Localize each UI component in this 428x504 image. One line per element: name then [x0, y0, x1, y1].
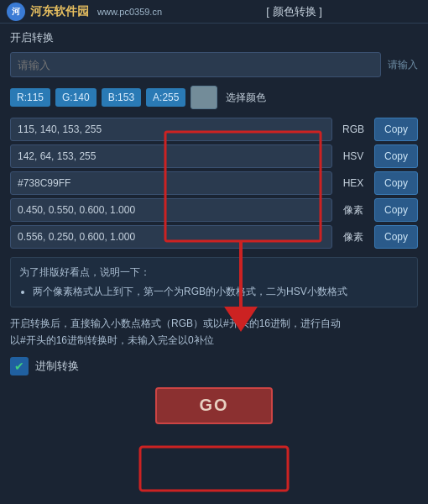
desc-bullet-1: 两个像素格式从上到下，第一个为RGB的小数格式，二为HSV小数格式 — [33, 284, 409, 300]
page-title: [ 颜色转换 ] — [167, 4, 421, 19]
input-hint-label: 请输入 — [388, 58, 418, 72]
pixel2-value: 0.556, 0.250, 0.600, 1.000 — [10, 225, 332, 249]
checkbox-row[interactable]: ✔ 进制转换 — [10, 357, 418, 375]
select-color-label: 选择颜色 — [226, 91, 266, 105]
b-channel-btn[interactable]: B:153 — [102, 88, 141, 107]
checkbox-icon: ✔ — [10, 357, 29, 375]
logo-icon: 河 — [7, 3, 25, 21]
rgba-row: R:115 G:140 B:153 A:255 选择颜色 — [10, 86, 418, 109]
data-row-hsv: 142, 64, 153, 255 HSV Copy — [10, 144, 418, 168]
copy-hex-button[interactable]: Copy — [374, 171, 418, 195]
top-bar: 河 河东软件园 www.pc0359.cn [ 颜色转换 ] — [0, 0, 428, 24]
pixel2-type-label: 像素 — [337, 230, 369, 244]
hsv-type-label: HSV — [337, 150, 369, 162]
copy-pixel1-button[interactable]: Copy — [374, 198, 418, 222]
data-row-pixel2: 0.556, 0.250, 0.600, 1.000 像素 Copy — [10, 225, 418, 249]
description-box: 为了排版好看点，说明一下： 两个像素格式从上到下，第一个为RGB的小数格式，二为… — [10, 257, 418, 307]
data-row-pixel1: 0.450, 0.550, 0.600, 1.000 像素 Copy — [10, 198, 418, 222]
toggle-row: 开启转换 — [10, 30, 418, 45]
hsv-value: 142, 64, 153, 255 — [10, 144, 332, 168]
toggle-label: 开启转换 — [10, 30, 54, 45]
hex-type-label: HEX — [337, 177, 369, 189]
info-text: 开启转换后，直接输入小数点格式（RGB）或以#开头的16进制，进行自动 以#开头… — [10, 316, 418, 348]
copy-hsv-button[interactable]: Copy — [374, 144, 418, 168]
main-content: 开启转换 请输入 R:115 G:140 B:153 A:255 选择颜色 11… — [0, 24, 428, 431]
g-channel-btn[interactable]: G:140 — [55, 88, 97, 107]
site-url: www.pc0359.cn — [97, 7, 162, 17]
site-name: 河东软件园 — [30, 4, 89, 19]
go-button[interactable]: GO — [155, 387, 273, 424]
go-button-highlight — [138, 445, 290, 492]
r-channel-btn[interactable]: R:115 — [10, 88, 50, 107]
copy-pixel2-button[interactable]: Copy — [374, 225, 418, 249]
data-row-rgb: 115, 140, 153, 255 RGB Copy — [10, 118, 418, 141]
pixel1-value: 0.450, 0.550, 0.600, 1.000 — [10, 198, 332, 222]
rgb-value: 115, 140, 153, 255 — [10, 118, 332, 141]
pixel1-type-label: 像素 — [337, 203, 369, 218]
rgb-type-label: RGB — [337, 123, 369, 135]
data-row-hex: #738C99FF HEX Copy — [10, 171, 418, 195]
copy-rgb-button[interactable]: Copy — [374, 118, 418, 141]
a-channel-btn[interactable]: A:255 — [146, 88, 185, 107]
color-swatch[interactable] — [191, 86, 217, 109]
go-area: GO — [10, 387, 418, 424]
svg-rect-3 — [140, 447, 288, 491]
input-row: 请输入 — [10, 52, 418, 77]
checkbox-label: 进制转换 — [35, 359, 79, 374]
hex-value: #738C99FF — [10, 171, 332, 195]
desc-title: 为了排版好看点，说明一下： — [19, 266, 150, 278]
color-input[interactable] — [10, 52, 381, 77]
